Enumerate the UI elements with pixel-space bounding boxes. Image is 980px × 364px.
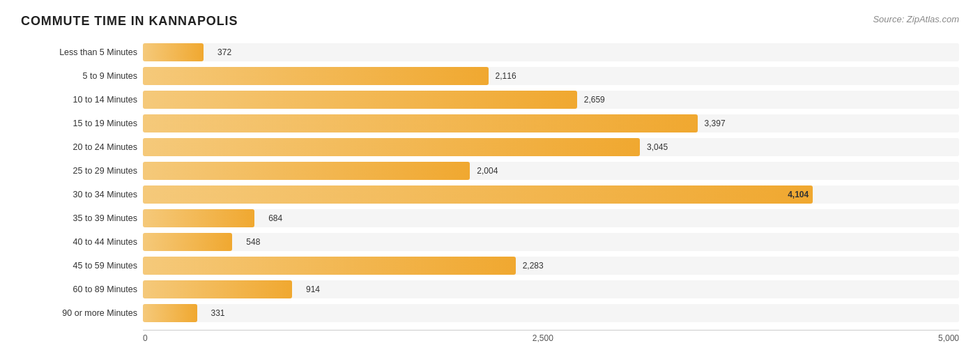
bar-label: 15 to 19 Minutes [21, 119, 143, 128]
bar-label: 90 or more Minutes [21, 308, 143, 318]
bar-fill: 914 [143, 280, 292, 298]
bar-value: 3,045 [647, 142, 668, 152]
bar-fill: 2,283 [143, 257, 516, 275]
bar-label: 10 to 14 Minutes [21, 95, 143, 105]
x-tick: 5,000 [938, 333, 959, 343]
bar-label: 45 to 59 Minutes [21, 261, 143, 271]
bar-row: 35 to 39 Minutes684 [21, 207, 959, 229]
source-label: Source: ZipAtlas.com [873, 14, 959, 24]
bar-row: 5 to 9 Minutes2,116 [21, 65, 959, 87]
bar-label: 20 to 24 Minutes [21, 142, 143, 152]
bar-fill: 3,397 [143, 114, 698, 132]
bar-row: 90 or more Minutes331 [21, 302, 959, 324]
bar-value: 372 [217, 47, 231, 57]
bar-track: 2,659 [143, 91, 959, 109]
bar-row: 10 to 14 Minutes2,659 [21, 89, 959, 111]
bar-fill: 684 [143, 209, 254, 227]
bar-value: 331 [210, 308, 224, 318]
bar-fill: 4,104 [143, 185, 813, 204]
bar-value: 684 [268, 213, 282, 223]
bar-row: 20 to 24 Minutes3,045 [21, 136, 959, 158]
bar-track: 372 [143, 43, 959, 61]
bar-fill: 3,045 [143, 138, 640, 156]
bar-value: 548 [246, 237, 260, 247]
bar-track: 2,116 [143, 67, 959, 85]
bar-fill: 548 [143, 233, 232, 251]
bar-track: 2,004 [143, 162, 959, 180]
bar-label: 30 to 34 Minutes [21, 190, 143, 199]
bar-label: 60 to 89 Minutes [21, 285, 143, 294]
bar-label: 25 to 29 Minutes [21, 166, 143, 176]
bar-row: 60 to 89 Minutes914 [21, 278, 959, 301]
chart-area: Less than 5 Minutes3725 to 9 Minutes2,11… [21, 41, 959, 343]
bar-label: 5 to 9 Minutes [21, 71, 143, 81]
bar-row: 15 to 19 Minutes3,397 [21, 112, 959, 135]
bar-track: 4,104 [143, 185, 959, 204]
bar-label: Less than 5 Minutes [21, 47, 143, 57]
bar-row: 30 to 34 Minutes4,104 [21, 183, 959, 206]
bar-row: 25 to 29 Minutes2,004 [21, 160, 959, 182]
bar-value: 914 [306, 285, 320, 294]
bar-row: Less than 5 Minutes372 [21, 41, 959, 63]
bar-track: 548 [143, 233, 959, 251]
bar-value: 2,116 [496, 71, 516, 81]
bar-fill: 2,004 [143, 162, 470, 180]
bar-label: 40 to 44 Minutes [21, 237, 143, 247]
bar-label: 35 to 39 Minutes [21, 213, 143, 223]
bar-track: 914 [143, 280, 959, 298]
bar-value: 3,397 [705, 119, 726, 128]
bar-track: 2,283 [143, 257, 959, 275]
chart-title: COMMUTE TIME IN KANNAPOLIS [21, 14, 238, 29]
bars-container: Less than 5 Minutes3725 to 9 Minutes2,11… [21, 41, 959, 324]
x-axis: 02,5005,000 [143, 330, 959, 343]
bar-value: 4,104 [788, 190, 809, 199]
bar-row: 45 to 59 Minutes2,283 [21, 255, 959, 277]
bar-fill: 2,116 [143, 67, 489, 85]
x-tick: 2,500 [533, 333, 553, 343]
bar-fill: 372 [143, 43, 204, 61]
bar-track: 3,397 [143, 114, 959, 132]
bar-track: 3,045 [143, 138, 959, 156]
bar-fill: 2,659 [143, 91, 577, 109]
bar-row: 40 to 44 Minutes548 [21, 231, 959, 253]
bar-fill: 331 [143, 304, 197, 322]
bar-value: 2,659 [584, 95, 605, 105]
x-tick: 0 [143, 333, 148, 343]
bar-track: 331 [143, 304, 959, 322]
bar-track: 684 [143, 209, 959, 227]
x-axis-inner: 02,5005,000 [143, 330, 959, 343]
bar-value: 2,283 [523, 261, 544, 271]
bar-value: 2,004 [477, 166, 498, 176]
